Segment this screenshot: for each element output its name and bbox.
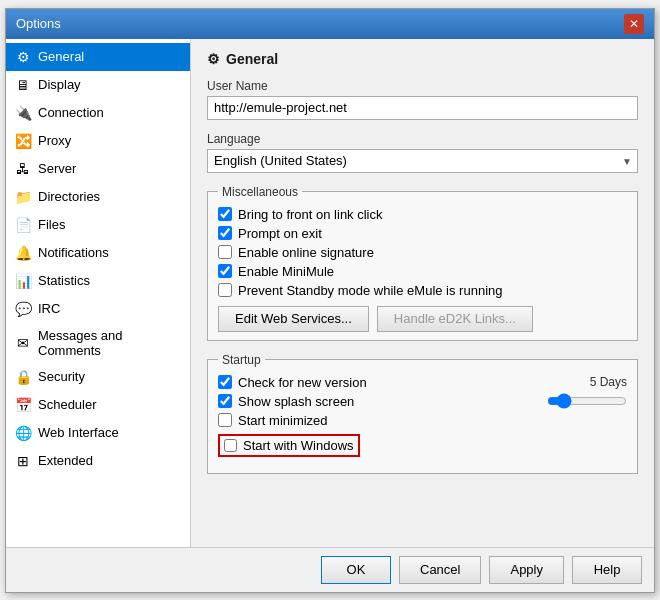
- section-icon: ⚙: [207, 51, 220, 67]
- sidebar-item-label: Scheduler: [38, 397, 97, 412]
- online-sig-label: Enable online signature: [238, 245, 374, 260]
- slider-container: [547, 393, 627, 409]
- startup-row: Check for new version Show splash screen…: [218, 375, 627, 457]
- sidebar-item-general[interactable]: ⚙ General: [6, 43, 190, 71]
- sidebar-item-files[interactable]: 📄 Files: [6, 211, 190, 239]
- sidebar-item-statistics[interactable]: 📊 Statistics: [6, 267, 190, 295]
- sidebar-item-label: Display: [38, 77, 81, 92]
- sidebar-item-label: Server: [38, 161, 76, 176]
- misc-buttons: Edit Web Services... Handle eD2K Links..…: [218, 306, 627, 332]
- edit-web-services-button[interactable]: Edit Web Services...: [218, 306, 369, 332]
- splash-label: Show splash screen: [238, 394, 354, 409]
- sidebar-item-label: General: [38, 49, 84, 64]
- sidebar-item-messages[interactable]: ✉ Messages and Comments: [6, 323, 190, 363]
- start-windows-checkbox[interactable]: [224, 439, 237, 452]
- apply-button[interactable]: Apply: [489, 556, 564, 584]
- check-version-checkbox[interactable]: [218, 375, 232, 389]
- statistics-icon: 📊: [14, 272, 32, 290]
- sidebar-item-label: IRC: [38, 301, 60, 316]
- checkbox-bring-front: Bring to front on link click: [218, 207, 627, 222]
- sidebar-item-server[interactable]: 🖧 Server: [6, 155, 190, 183]
- bring-front-checkbox[interactable]: [218, 207, 232, 221]
- gear-icon: ⚙: [14, 48, 32, 66]
- sidebar-item-label: Directories: [38, 189, 100, 204]
- checkbox-prompt-exit: Prompt on exit: [218, 226, 627, 241]
- sidebar-item-webinterface[interactable]: 🌐 Web Interface: [6, 419, 190, 447]
- sidebar-item-label: Security: [38, 369, 85, 384]
- sidebar-item-label: Web Interface: [38, 425, 119, 440]
- notifications-icon: 🔔: [14, 244, 32, 262]
- proxy-icon: 🔀: [14, 132, 32, 150]
- sidebar-item-extended[interactable]: ⊞ Extended: [6, 447, 190, 475]
- extended-icon: ⊞: [14, 452, 32, 470]
- sidebar-item-directories[interactable]: 📁 Directories: [6, 183, 190, 211]
- checkbox-start-minimized: Start minimized: [218, 413, 547, 428]
- sidebar-item-proxy[interactable]: 🔀 Proxy: [6, 127, 190, 155]
- section-title-text: General: [226, 51, 278, 67]
- files-icon: 📄: [14, 216, 32, 234]
- username-label: User Name: [207, 79, 638, 93]
- startup-legend: Startup: [218, 353, 265, 367]
- dialog-title: Options: [16, 16, 61, 31]
- checkbox-online-sig: Enable online signature: [218, 245, 627, 260]
- language-select[interactable]: English (United States)GermanFrenchSpani…: [207, 149, 638, 173]
- sidebar-item-label: Files: [38, 217, 65, 232]
- main-content: ⚙ General User Name Language English (Un…: [191, 39, 654, 547]
- startup-fieldset: Startup Check for new version Show splas…: [207, 353, 638, 474]
- sidebar-item-label: Connection: [38, 105, 104, 120]
- highlighted-start-windows-row: Start with Windows: [218, 434, 360, 457]
- prompt-exit-checkbox[interactable]: [218, 226, 232, 240]
- language-select-wrapper: English (United States)GermanFrenchSpani…: [207, 149, 638, 173]
- sidebar-item-label: Proxy: [38, 133, 71, 148]
- sidebar-item-label: Statistics: [38, 273, 90, 288]
- splash-checkbox[interactable]: [218, 394, 232, 408]
- sidebar-item-scheduler[interactable]: 📅 Scheduler: [6, 391, 190, 419]
- standby-label: Prevent Standby mode while eMule is runn…: [238, 283, 502, 298]
- server-icon: 🖧: [14, 160, 32, 178]
- bring-front-label: Bring to front on link click: [238, 207, 383, 222]
- online-sig-checkbox[interactable]: [218, 245, 232, 259]
- sidebar-item-label: Notifications: [38, 245, 109, 260]
- days-section: 5 Days: [547, 375, 627, 409]
- days-slider[interactable]: [547, 393, 627, 409]
- check-version-label: Check for new version: [238, 375, 367, 390]
- language-group: Language English (United States)GermanFr…: [207, 132, 638, 173]
- sidebar-item-connection[interactable]: 🔌 Connection: [6, 99, 190, 127]
- checkbox-splash: Show splash screen: [218, 394, 547, 409]
- start-minimized-checkbox[interactable]: [218, 413, 232, 427]
- messages-icon: ✉: [14, 334, 32, 352]
- security-icon: 🔒: [14, 368, 32, 386]
- misc-legend: Miscellaneous: [218, 185, 302, 199]
- handle-ed2k-button[interactable]: Handle eD2K Links...: [377, 306, 533, 332]
- dialog-footer: OK Cancel Apply Help: [6, 547, 654, 592]
- cancel-button[interactable]: Cancel: [399, 556, 481, 584]
- title-bar: Options ✕: [6, 9, 654, 39]
- miscellaneous-fieldset: Miscellaneous Bring to front on link cli…: [207, 185, 638, 341]
- minimule-label: Enable MiniMule: [238, 264, 334, 279]
- section-title: ⚙ General: [207, 51, 638, 67]
- dialog-body: ⚙ General 🖥 Display 🔌 Connection 🔀 Proxy…: [6, 39, 654, 547]
- days-label: 5 Days: [547, 375, 627, 389]
- sidebar-item-irc[interactable]: 💬 IRC: [6, 295, 190, 323]
- standby-checkbox[interactable]: [218, 283, 232, 297]
- scheduler-icon: 📅: [14, 396, 32, 414]
- username-group: User Name: [207, 79, 638, 120]
- language-label: Language: [207, 132, 638, 146]
- checkbox-standby: Prevent Standby mode while eMule is runn…: [218, 283, 627, 298]
- start-windows-label: Start with Windows: [243, 438, 354, 453]
- sidebar-item-notifications[interactable]: 🔔 Notifications: [6, 239, 190, 267]
- minimule-checkbox[interactable]: [218, 264, 232, 278]
- checkbox-check-version: Check for new version: [218, 375, 547, 390]
- sidebar-item-security[interactable]: 🔒 Security: [6, 363, 190, 391]
- sidebar-item-label: Messages and Comments: [38, 328, 182, 358]
- irc-icon: 💬: [14, 300, 32, 318]
- username-input[interactable]: [207, 96, 638, 120]
- startup-checkboxes: Check for new version Show splash screen…: [218, 375, 547, 457]
- close-button[interactable]: ✕: [624, 14, 644, 34]
- webinterface-icon: 🌐: [14, 424, 32, 442]
- sidebar-item-display[interactable]: 🖥 Display: [6, 71, 190, 99]
- help-button[interactable]: Help: [572, 556, 642, 584]
- checkbox-minimule: Enable MiniMule: [218, 264, 627, 279]
- ok-button[interactable]: OK: [321, 556, 391, 584]
- connection-icon: 🔌: [14, 104, 32, 122]
